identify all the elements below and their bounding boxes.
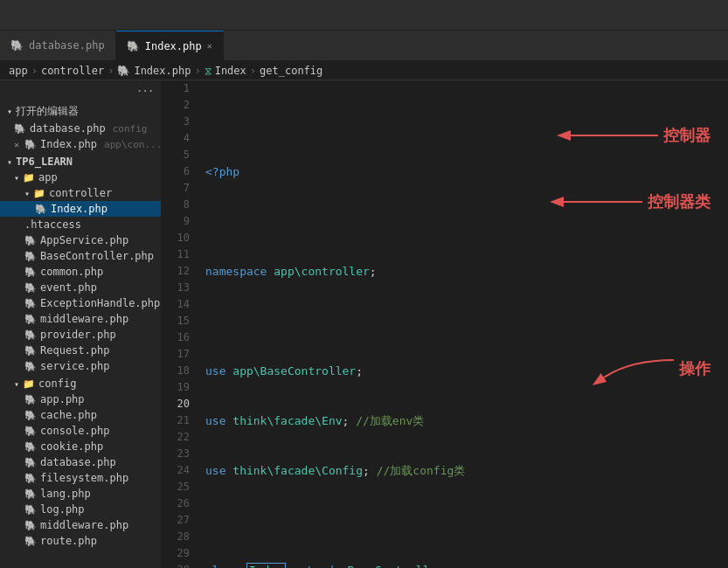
common-label: common.php bbox=[40, 266, 103, 278]
breadcrumb-controller: controller bbox=[41, 65, 104, 77]
breadcrumb-method: get_config bbox=[260, 65, 322, 77]
open-editor-database-icon: 🐘 bbox=[14, 123, 26, 135]
config-cookie-file[interactable]: 🐘 cookie.php bbox=[0, 439, 161, 454]
open-editors-section[interactable]: 打开的编辑器 bbox=[0, 102, 161, 121]
open-editor-database[interactable]: 🐘 database.php config bbox=[0, 121, 161, 136]
config-lang-label: lang.php bbox=[40, 488, 91, 500]
controller-folder-label: controller bbox=[49, 187, 112, 199]
code-area: 1 2 3 4 5 6 7 8 9 10 11 12 13 14 15 16 1… bbox=[162, 80, 728, 568]
config-route-label: route.php bbox=[40, 535, 97, 547]
basecontroller-icon: 🐘 bbox=[24, 251, 37, 262]
event-icon: 🐘 bbox=[24, 282, 37, 294]
config-cookie-icon: 🐘 bbox=[24, 441, 37, 453]
common-icon: 🐘 bbox=[24, 267, 37, 278]
config-middleware-icon: 🐘 bbox=[24, 520, 37, 531]
open-editors-label: 打开的编辑器 bbox=[16, 104, 79, 119]
config-filesystem-file[interactable]: 🐘 filesystem.php bbox=[0, 470, 161, 486]
config-database-file[interactable]: 🐘 database.php bbox=[0, 454, 161, 470]
open-editor-database-label: database.php bbox=[30, 122, 106, 135]
open-editor-index-icon: 🐘 bbox=[24, 139, 37, 150]
middleware-file[interactable]: 🐘 middleware.php bbox=[0, 311, 161, 327]
config-middleware-file[interactable]: 🐘 middleware.php bbox=[0, 517, 161, 533]
request-icon: 🐘 bbox=[24, 345, 37, 357]
config-filesystem-label: filesystem.php bbox=[40, 472, 128, 484]
provider-label: provider.php bbox=[40, 329, 116, 341]
controller-folder-icon: 📁 bbox=[33, 188, 45, 199]
config-route-file[interactable]: 🐘 route.php bbox=[0, 533, 161, 549]
tp6learn-label: TP6_LEARN bbox=[16, 156, 73, 168]
breadcrumb-class: ⧖ bbox=[205, 65, 211, 77]
sidebar-header: ··· bbox=[0, 80, 161, 102]
request-label: Request.php bbox=[40, 344, 109, 357]
breadcrumb-app: app bbox=[9, 65, 28, 77]
config-console-icon: 🐘 bbox=[24, 426, 37, 437]
config-lang-file[interactable]: 🐘 lang.php bbox=[0, 486, 161, 502]
middleware-icon: 🐘 bbox=[24, 314, 37, 325]
tab-index[interactable]: 🐘 Index.php ✕ bbox=[116, 31, 224, 60]
tab-close-icon[interactable]: ✕ bbox=[207, 41, 212, 51]
htaccess-file[interactable]: .htaccess bbox=[0, 217, 161, 232]
exceptionhandle-label: ExceptionHandle.php bbox=[40, 297, 160, 309]
tab-database-icon: 🐘 bbox=[10, 39, 24, 52]
sidebar-dots[interactable]: ··· bbox=[136, 86, 154, 97]
app-folder-label: app bbox=[38, 171, 58, 184]
config-app-label: app.php bbox=[40, 393, 85, 405]
tab-index-label: Index.php bbox=[145, 40, 202, 52]
htaccess-label: .htaccess bbox=[24, 218, 81, 231]
open-editor-index-close[interactable]: ✕ bbox=[14, 140, 19, 149]
config-middleware-label: middleware.php bbox=[40, 519, 128, 531]
tab-bar: 🐘 database.php 🐘 Index.php ✕ bbox=[0, 31, 728, 61]
provider-file[interactable]: 🐘 provider.php bbox=[0, 327, 161, 343]
open-editor-index[interactable]: ✕ 🐘 Index.php app\con... bbox=[0, 136, 161, 152]
line-numbers: 1 2 3 4 5 6 7 8 9 10 11 12 13 14 15 16 1… bbox=[162, 80, 197, 568]
index-php-file[interactable]: 🐘 Index.php bbox=[0, 201, 161, 217]
app-folder-icon: 📁 bbox=[23, 172, 35, 184]
common-file[interactable]: 🐘 common.php bbox=[0, 264, 161, 280]
request-file[interactable]: 🐘 Request.php bbox=[0, 343, 161, 358]
appservice-file[interactable]: 🐘 AppService.php bbox=[0, 232, 161, 248]
tab-database-label: database.php bbox=[29, 39, 105, 52]
appservice-icon: 🐘 bbox=[24, 235, 37, 246]
config-route-icon: 🐘 bbox=[24, 536, 37, 547]
sidebar: ··· 打开的编辑器 🐘 database.php config ✕ 🐘 Ind… bbox=[0, 80, 162, 568]
service-icon: 🐘 bbox=[24, 361, 37, 372]
config-log-icon: 🐘 bbox=[24, 504, 37, 516]
provider-icon: 🐘 bbox=[24, 329, 37, 341]
basecontroller-file[interactable]: 🐘 BaseController.php bbox=[0, 248, 161, 264]
config-folder[interactable]: 📁 config bbox=[0, 376, 161, 391]
tab-database[interactable]: 🐘 database.php bbox=[0, 31, 116, 60]
editor[interactable]: 1 2 3 4 5 6 7 8 9 10 11 12 13 14 15 16 1… bbox=[162, 80, 728, 568]
config-filesystem-icon: 🐘 bbox=[24, 473, 37, 484]
open-editor-index-label: Index.php bbox=[40, 138, 97, 150]
config-log-file[interactable]: 🐘 log.php bbox=[0, 502, 161, 517]
config-cookie-label: cookie.php bbox=[40, 440, 103, 453]
top-bar bbox=[0, 0, 728, 31]
tab-index-icon: 🐘 bbox=[127, 40, 140, 52]
breadcrumb-index: Index bbox=[215, 65, 246, 77]
breadcrumb-file-icon: 🐘 bbox=[117, 65, 130, 77]
tp6learn-section[interactable]: TP6_LEARN bbox=[0, 154, 161, 170]
open-editor-database-path: config bbox=[113, 123, 148, 135]
config-lang-icon: 🐘 bbox=[24, 488, 37, 500]
config-database-label: database.php bbox=[40, 456, 116, 468]
event-label: event.php bbox=[40, 281, 97, 294]
config-console-label: console.php bbox=[40, 425, 109, 437]
config-cache-file[interactable]: 🐘 cache.php bbox=[0, 407, 161, 423]
exceptionhandle-file[interactable]: 🐘 ExceptionHandle.php bbox=[0, 295, 161, 311]
index-php-icon: 🐘 bbox=[35, 204, 47, 215]
service-file[interactable]: 🐘 service.php bbox=[0, 358, 161, 374]
app-folder[interactable]: 📁 app bbox=[0, 170, 161, 185]
config-console-file[interactable]: 🐘 console.php bbox=[0, 423, 161, 439]
config-cache-icon: 🐘 bbox=[24, 410, 37, 421]
config-app-file[interactable]: 🐘 app.php bbox=[0, 391, 161, 407]
breadcrumb-file: Index.php bbox=[134, 65, 191, 77]
index-php-label: Index.php bbox=[51, 203, 107, 215]
controller-folder[interactable]: 📁 controller bbox=[0, 185, 161, 201]
appservice-label: AppService.php bbox=[40, 234, 128, 246]
code-content: <?php namespace app\controller; use app\… bbox=[197, 80, 728, 568]
middleware-label: middleware.php bbox=[40, 313, 128, 325]
config-folder-icon: 📁 bbox=[23, 378, 35, 390]
event-file[interactable]: 🐘 event.php bbox=[0, 280, 161, 295]
exceptionhandle-icon: 🐘 bbox=[24, 298, 37, 309]
config-log-label: log.php bbox=[40, 503, 85, 516]
